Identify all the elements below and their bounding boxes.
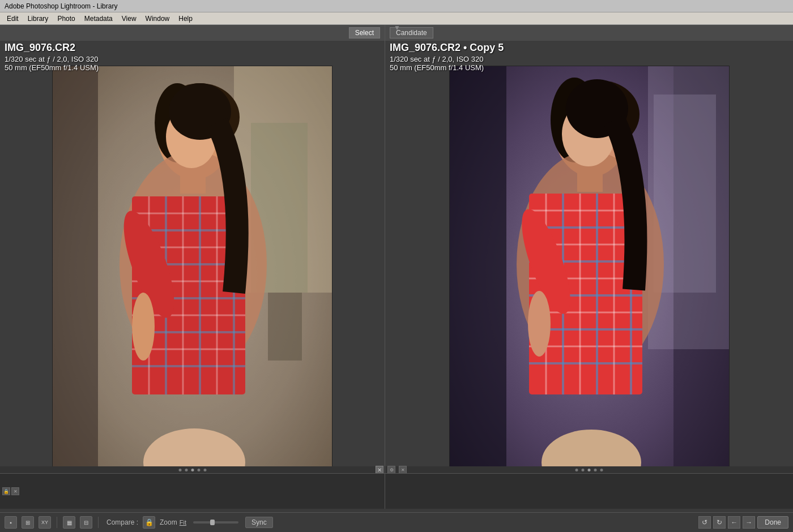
bottom-toolbar: ▪ ⊞ XY ▦ ⊟ Compare : 🔒 Zoom Fit Sync ↺ ↻… bbox=[0, 512, 793, 532]
view-survey-icon[interactable]: ⊟ bbox=[80, 516, 92, 529]
left-panel: Select IMG_9076.CR2 1/320 sec at ƒ / 2,0… bbox=[0, 25, 385, 509]
menu-photo[interactable]: Photo bbox=[53, 14, 79, 24]
svg-point-28 bbox=[132, 293, 155, 361]
right-photo-container bbox=[385, 41, 793, 509]
prev-icon[interactable]: ← bbox=[728, 516, 740, 529]
select-label-bar: Select bbox=[0, 25, 385, 41]
sync-button[interactable]: Sync bbox=[245, 517, 273, 528]
menu-metadata[interactable]: Metadata bbox=[80, 14, 117, 24]
left-photo-container bbox=[0, 41, 385, 509]
lock-icon[interactable]: 🔒 bbox=[143, 516, 155, 529]
zoom-label: Zoom bbox=[160, 518, 177, 526]
menu-help[interactable]: Help bbox=[174, 14, 197, 24]
separator-1 bbox=[57, 517, 57, 528]
select-label[interactable]: Select bbox=[349, 27, 380, 38]
right-photo[interactable] bbox=[449, 66, 730, 484]
right-filmstrip-icon2[interactable]: ✕ bbox=[399, 466, 407, 474]
compare-label: Compare : bbox=[106, 518, 138, 526]
done-button[interactable]: Done bbox=[757, 516, 788, 529]
right-scrollbar[interactable]: ⚙ ✕ bbox=[385, 466, 793, 473]
menu-library[interactable]: Library bbox=[23, 14, 53, 24]
separator-2 bbox=[98, 517, 99, 528]
filmstrip-lock-icon[interactable]: 🔒 bbox=[2, 487, 10, 495]
compare-area: Select IMG_9076.CR2 1/320 sec at ƒ / 2,0… bbox=[0, 25, 793, 509]
right-filmstrip-icon1[interactable]: ⚙ bbox=[387, 466, 395, 474]
right-filmstrip bbox=[385, 473, 793, 509]
nav-arrows: ↺ ↻ ← → Done bbox=[698, 516, 788, 529]
zoom-control: Zoom Fit bbox=[160, 518, 186, 526]
left-scrollbar[interactable]: ✕ bbox=[0, 466, 385, 473]
menu-window[interactable]: Window bbox=[141, 14, 174, 24]
zoom-slider[interactable] bbox=[193, 521, 238, 524]
candidate-label-bar: Candidate bbox=[385, 25, 793, 41]
titlebar: Adobe Photoshop Lightroom - Library bbox=[0, 0, 793, 12]
left-photo[interactable] bbox=[52, 66, 332, 484]
left-close-btn[interactable]: ✕ bbox=[376, 466, 383, 474]
view-grid-icon[interactable]: ⊞ bbox=[22, 516, 34, 529]
rotate-cw-icon[interactable]: ↻ bbox=[713, 516, 726, 529]
top-arrow-indicator: ▼ bbox=[394, 24, 400, 32]
zoom-slider-handle[interactable] bbox=[210, 520, 215, 525]
svg-rect-2 bbox=[53, 66, 98, 484]
zoom-fit-btn[interactable]: Fit bbox=[180, 519, 186, 526]
menu-view[interactable]: View bbox=[117, 14, 141, 24]
svg-point-63 bbox=[528, 291, 551, 357]
left-filmstrip: 🔒 ✕ bbox=[0, 473, 385, 509]
view-single-icon[interactable]: ▪ bbox=[5, 516, 17, 529]
next-icon[interactable]: → bbox=[743, 516, 755, 529]
rotate-ccw-icon[interactable]: ↺ bbox=[698, 516, 711, 529]
view-compare-icon[interactable]: ▦ bbox=[63, 516, 75, 529]
right-panel: Candidate IMG_9076.CR2 • Copy 5 1/320 se… bbox=[385, 25, 793, 509]
titlebar-text: Adobe Photoshop Lightroom - Library bbox=[5, 2, 117, 10]
menu-edit[interactable]: Edit bbox=[2, 14, 23, 24]
svg-rect-32 bbox=[268, 293, 302, 361]
view-xy-icon[interactable]: XY bbox=[39, 516, 51, 529]
filmstrip-x-icon[interactable]: ✕ bbox=[11, 487, 19, 495]
menubar: Edit Library Photo Metadata View Window … bbox=[0, 12, 793, 25]
svg-rect-34 bbox=[450, 66, 506, 484]
